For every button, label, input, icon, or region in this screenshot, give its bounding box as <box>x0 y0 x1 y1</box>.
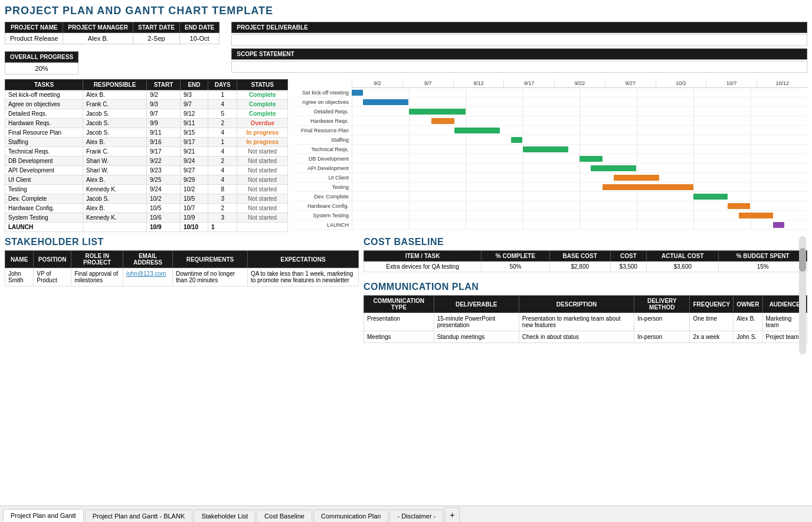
gantt-grid-line <box>409 88 410 97</box>
gantt-grid-line <box>523 135 523 144</box>
gantt-grid-line <box>409 211 410 220</box>
gantt-row: Set kick-off meeting <box>293 88 807 97</box>
task-status: Not started <box>237 156 288 166</box>
gantt-grid-line <box>751 97 751 106</box>
gantt-header: 9/29/79/129/179/229/2710/210/710/12 <box>352 79 807 88</box>
tab-bar: Project Plan and GanttProject Plan and G… <box>0 505 812 522</box>
gantt-grid-line <box>409 164 410 172</box>
cost-item: Extra devices for QA testing <box>364 262 482 272</box>
gantt-row-label: Dev. Complete <box>293 194 352 200</box>
task-name: Detailed Reqs. <box>5 109 83 119</box>
comm-deliverable: Standup meetings <box>434 331 519 343</box>
gantt-bar-area <box>352 220 807 229</box>
tab-item[interactable]: Cost Baseline <box>257 510 312 522</box>
gantt-grid-line <box>693 116 694 125</box>
gantt-grid-line <box>693 126 694 135</box>
gantt-grid-line <box>579 135 580 144</box>
comm-type: Meetings <box>364 331 434 343</box>
tasks-col-days: DAYS <box>208 80 237 90</box>
gantt-grid-line <box>637 211 637 220</box>
task-end: 10/7 <box>180 204 208 213</box>
gantt-row-label: API Development <box>293 165 352 171</box>
gantt-bar-area <box>352 126 807 135</box>
gantt-grid-line <box>466 88 466 97</box>
gantt-grid-line <box>352 145 352 154</box>
gantt-grid-line <box>637 220 637 229</box>
tab-item[interactable]: Project Plan and Gantt <box>3 509 84 522</box>
gantt-grid-line <box>352 154 352 163</box>
task-end: 9/3 <box>180 90 208 100</box>
start-date-value: 2-Sep <box>133 33 180 44</box>
comm-owner: Alex B. <box>734 313 762 331</box>
comm-col-header: FREQUENCY <box>690 296 734 313</box>
gantt-grid-line <box>751 135 751 144</box>
task-responsible: Frank C. <box>83 147 146 156</box>
gantt-grid-line <box>409 201 410 210</box>
col-project-manager: PROJECT MANAGER <box>63 22 133 33</box>
task-days: 3 <box>208 213 237 223</box>
gantt-grid-line <box>579 211 580 220</box>
task-start: 9/23 <box>146 166 180 175</box>
stakeholder-col-header: REQUIREMENTS <box>173 251 248 268</box>
gantt-row-label: Final Resource Plan <box>293 128 352 133</box>
gantt-grid-line <box>523 154 523 163</box>
cost-col-header: % BUDGET SPENT <box>719 251 807 262</box>
gantt-grid-line <box>693 107 694 116</box>
task-start: 9/25 <box>146 175 180 185</box>
comm-row: Meetings Standup meetings Check in about… <box>364 331 807 343</box>
tab-item[interactable]: Project Plan and Gantt - BLANK <box>85 510 193 522</box>
gantt-grid-line <box>352 107 352 116</box>
task-status: Not started <box>237 204 288 213</box>
task-name: LAUNCH <box>5 223 83 232</box>
gantt-bar-area <box>352 107 807 116</box>
deliverable-header: PROJECT DELIVERABLE <box>231 22 807 33</box>
gantt-grid-line <box>579 182 580 191</box>
stakeholder-role: Final approval of milestones <box>71 268 123 286</box>
task-start: 9/17 <box>146 147 180 156</box>
gantt-row: Staffing <box>293 135 807 145</box>
gantt-date: 10/2 <box>656 79 706 87</box>
gantt-row: Final Resource Plan <box>293 126 807 135</box>
gantt-grid-line <box>466 220 466 229</box>
gantt-grid-line <box>693 154 694 163</box>
task-name: Agree on objectives <box>5 100 83 109</box>
tab-item[interactable]: - Disclaimer - <box>389 510 443 522</box>
gantt-grid-line <box>579 97 580 106</box>
page-title: PROJECT PLAN AND GANTT CHART TEMPLATE <box>5 5 807 17</box>
content-area: TASKS RESPONSIBLE START END DAYS STATUS … <box>5 79 807 232</box>
task-name: Set kick-off meeting <box>5 90 83 100</box>
comm-col-header: COMMUNICATION TYPE <box>364 296 434 313</box>
comm-col-header: OWNER <box>734 296 762 313</box>
tab-item[interactable]: Stakeholder List <box>194 510 256 522</box>
gantt-grid-line <box>466 192 466 201</box>
tab-item[interactable]: Communication Plan <box>313 510 389 522</box>
task-responsible: Shari W. <box>83 156 146 166</box>
gantt-bar <box>773 222 784 228</box>
gantt-grid-line <box>693 164 694 172</box>
gantt-grid-line <box>466 173 466 182</box>
scroll-indicator[interactable] <box>799 236 806 354</box>
gantt-grid-line <box>693 88 694 97</box>
task-status: Complete <box>237 100 288 109</box>
task-responsible: Kennedy K. <box>83 213 146 223</box>
task-end: 10/10 <box>180 223 208 232</box>
task-start: 9/24 <box>146 185 180 194</box>
gantt-row: Hardware Reqs. <box>293 116 807 126</box>
stakeholder-table: NAMEPOSITIONROLE IN PROJECTEMAIL ADDRESS… <box>5 250 359 286</box>
comm-description: Presentation to marketing team about new… <box>519 313 634 331</box>
gantt-grid-line <box>352 126 352 135</box>
gantt-grid-line <box>466 145 466 154</box>
task-end: 9/29 <box>180 175 208 185</box>
stakeholder-section: STAKEHOLDER LIST NAMEPOSITIONROLE IN PRO… <box>5 237 359 343</box>
gantt-grid-line <box>579 107 580 116</box>
stakeholder-col-header: EMAIL ADDRESS <box>123 251 173 268</box>
task-status: Complete <box>237 109 288 119</box>
progress-section: OVERALL PROGRESS 20% <box>5 51 78 74</box>
gantt-grid-line <box>751 107 751 116</box>
gantt-grid-line <box>466 135 466 144</box>
comm-title: COMMUNICATION PLAN <box>364 282 807 292</box>
gantt-grid-line <box>637 164 637 172</box>
task-responsible: Alex B. <box>83 90 146 100</box>
gantt-grid-line <box>466 97 466 106</box>
add-tab-button[interactable]: + <box>444 507 460 522</box>
